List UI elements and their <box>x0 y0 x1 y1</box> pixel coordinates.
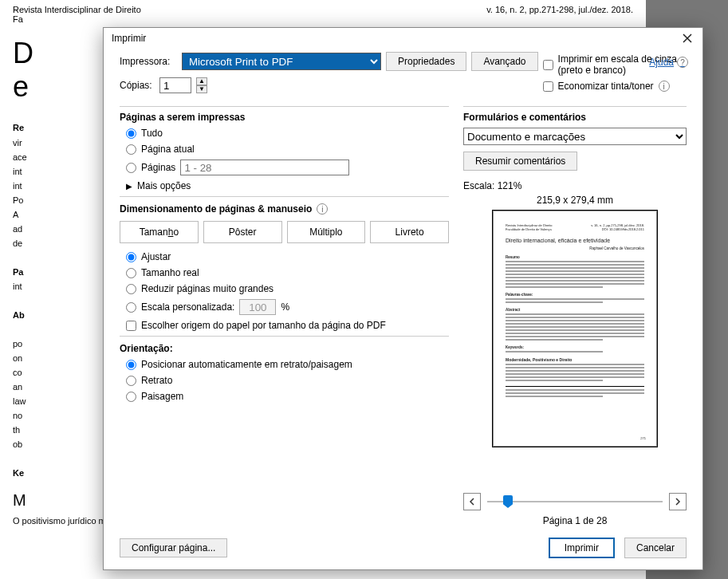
forms-title: Formulários e comentários <box>463 112 687 123</box>
slider-thumb[interactable] <box>503 495 513 508</box>
shrink-radio-row[interactable]: Reduzir páginas muito grandes <box>120 283 449 294</box>
copies-input[interactable] <box>159 77 191 93</box>
next-page-button[interactable] <box>669 493 687 510</box>
pages-current-radio[interactable] <box>126 144 136 155</box>
info-icon[interactable]: i <box>659 81 670 92</box>
ink-checkbox-row[interactable]: Economizar tinta/toner i <box>543 81 687 92</box>
pages-current-radio-row[interactable]: Página atual <box>120 144 449 155</box>
grayscale-checkbox[interactable] <box>543 60 553 70</box>
custom-scale-radio-row[interactable]: Escala personalizada: % <box>120 299 449 315</box>
print-button[interactable]: Imprimir <box>549 538 615 558</box>
cancel-button[interactable]: Cancelar <box>624 538 687 558</box>
pages-all-radio[interactable] <box>126 128 136 139</box>
shrink-radio[interactable] <box>126 284 136 294</box>
orient-landscape-radio-row[interactable]: Paisagem <box>120 391 449 402</box>
pages-range-input[interactable] <box>180 160 349 175</box>
prev-page-button[interactable] <box>463 493 481 510</box>
close-icon[interactable] <box>680 31 695 45</box>
paper-source-checkbox-row[interactable]: Escolher origem do papel por tamanho da … <box>120 320 449 331</box>
triangle-right-icon: ▶ <box>126 182 132 191</box>
sizing-tabs: Tamanho Pôster Múltiplo Livreto <box>120 221 449 243</box>
copies-spinner[interactable]: ▲ ▼ <box>196 77 207 93</box>
sizing-info-icon[interactable]: i <box>317 203 328 215</box>
custom-scale-radio[interactable] <box>126 302 136 313</box>
print-dialog: Imprimir Impressora: Microsoft Print to … <box>103 27 703 570</box>
copies-down-icon[interactable]: ▼ <box>196 85 207 93</box>
fit-radio-row[interactable]: Ajustar <box>120 251 449 262</box>
preview-page-label: Página 1 de 28 <box>463 515 687 526</box>
dialog-title: Imprimir <box>112 33 146 44</box>
help-link[interactable]: Ajuda ? <box>649 57 688 68</box>
tab-size[interactable]: Tamanho <box>120 221 199 243</box>
tab-multiple[interactable]: Múltiplo <box>287 221 366 243</box>
orient-portrait-radio-row[interactable]: Retrato <box>120 375 449 386</box>
preview-area: Revista Interdisciplinar de Direito Facu… <box>463 209 687 486</box>
actual-radio[interactable] <box>126 268 136 278</box>
orientation-title: Orientação: <box>120 343 449 354</box>
help-info-icon: ? <box>677 57 688 68</box>
orient-portrait-radio[interactable] <box>126 376 136 386</box>
dialog-footer: Configurar página... Imprimir Cancelar <box>104 530 702 569</box>
bg-volume: v. 16, n. 2, pp.271-298, jul./dez. 2018. <box>486 5 633 14</box>
preview-scale-label: Escala: 121% <box>463 180 687 191</box>
summarize-button[interactable]: Resumir comentários <box>463 152 577 171</box>
copies-up-icon[interactable]: ▲ <box>196 77 207 85</box>
bg-faculty: Fa <box>13 14 633 24</box>
copies-label: Cópias: <box>120 80 155 91</box>
tab-poster[interactable]: Pôster <box>203 221 282 243</box>
pages-to-print-title: Páginas a serem impressas <box>120 112 449 123</box>
printer-label: Impressora: <box>120 56 177 67</box>
custom-scale-input <box>239 299 276 315</box>
tab-booklet[interactable]: Livreto <box>370 221 449 243</box>
top-panel: Impressora: Microsoft Print to PDF Propr… <box>104 49 702 106</box>
forms-select[interactable]: Documento e marcações <box>463 128 687 145</box>
more-options-toggle[interactable]: ▶ Mais opções <box>120 180 449 191</box>
advanced-button[interactable]: Avançado <box>471 52 537 71</box>
pages-all-radio-row[interactable]: Tudo <box>120 128 449 139</box>
actual-radio-row[interactable]: Tamanho real <box>120 267 449 278</box>
ink-label: Economizar tinta/toner <box>558 81 654 92</box>
orient-landscape-radio[interactable] <box>126 392 136 402</box>
orient-auto-radio[interactable] <box>126 360 136 370</box>
properties-button[interactable]: Propriedades <box>386 52 466 71</box>
preview-dimensions: 215,9 x 279,4 mm <box>463 195 687 206</box>
paper-source-checkbox[interactable] <box>126 321 136 331</box>
preview-nav <box>463 493 687 510</box>
dialog-titlebar: Imprimir <box>104 28 702 49</box>
pages-range-radio[interactable] <box>126 163 136 173</box>
sizing-title: Dimensionamento de páginas & manuseio <box>120 203 312 215</box>
bg-journal-title: Revista Interdisciplinar de Direito <box>13 5 141 14</box>
page-slider[interactable] <box>487 494 663 509</box>
printer-select[interactable]: Microsoft Print to PDF <box>182 53 381 70</box>
preview-page: Revista Interdisciplinar de Direito Facu… <box>493 211 657 447</box>
pages-range-radio-row[interactable]: Páginas <box>120 160 449 175</box>
ink-checkbox[interactable] <box>543 81 553 92</box>
fit-radio[interactable] <box>126 252 136 262</box>
page-setup-button[interactable]: Configurar página... <box>120 538 227 557</box>
orient-auto-radio-row[interactable]: Posicionar automaticamente em retrato/pa… <box>120 359 449 370</box>
